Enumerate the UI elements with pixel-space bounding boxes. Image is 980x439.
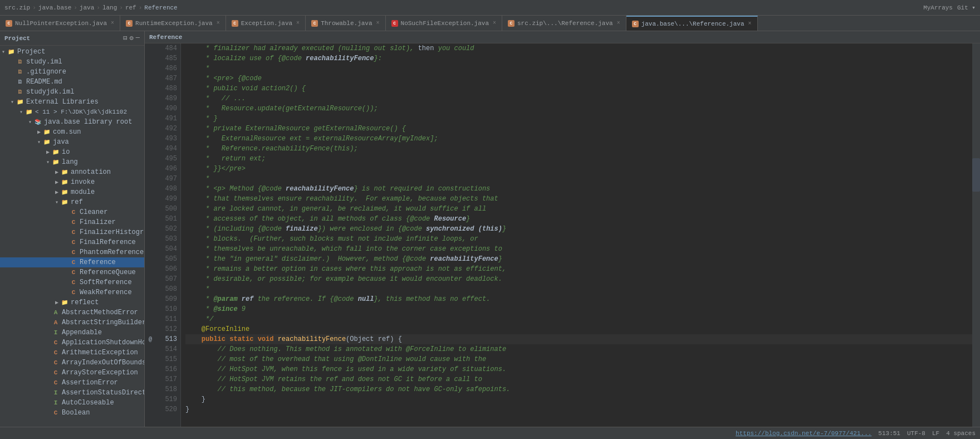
sidebar-item-array-store[interactable]: C ArrayStoreException [0,368,144,378]
sidebar-label-cleaner: Cleaner [80,208,107,216]
code-line-484: * finalizer had already executed (nullin… [185,43,972,53]
code-line-492: * private ExternalResource getExternalRe… [185,124,972,134]
sidebar-label-java-folder: java [53,138,69,146]
linenum-518: 518 [156,384,180,394]
sidebar-item-jdk-folder[interactable]: ▾ 📁 < 11 > F:\JDK\jdk\jdk1102 [0,107,144,117]
sidebar-item-autocloseable[interactable]: I AutoCloseable [0,398,144,408]
code-text-490: * Resource.update(getExternalResource())… [185,104,378,114]
sidebar-item-boolean[interactable]: C Boolean [0,408,144,418]
sidebar-item-arithmetic[interactable]: C ArithmeticException [0,348,144,358]
sidebar-item-cleaner[interactable]: C Cleaner [0,207,144,217]
sidebar-item-reflect[interactable]: ▶ 📁 reflect [0,297,144,308]
sidebar-item-gitignore[interactable]: 🗎 .gitignore [0,67,144,77]
arrow-invoke: ▶ [53,179,60,186]
sidebar-label-com-sun: com.sun [53,128,81,136]
sidebar-item-readme[interactable]: 🗎 README.md [0,77,144,87]
linenum-508: 508 [156,284,180,294]
code-line-515: // most of the overhead that using @Dont… [185,354,972,364]
status-url[interactable]: https://blog.csdn.net/e-7/0977/421... [736,430,871,437]
sidebar-tree[interactable]: ▾ 📁 Project 🗎 study.iml 🗎 .gitignore 🗎 [0,46,144,427]
sidebar-item-io[interactable]: ▶ 📁 io [0,147,144,157]
annotation-icon: 📁 [60,168,69,177]
finalizer-icon: C [69,218,78,227]
tab-icon-nosuchfile: C [391,20,398,27]
sidebar-item-appendable[interactable]: I Appendable [0,328,144,338]
sidebar-item-finalizer[interactable]: C Finalizer [0,217,144,227]
tab-label-exception: Exception.java [241,20,292,27]
status-encoding: UTF-8 [907,430,925,437]
sidebar-item-invoke[interactable]: ▶ 📁 invoke [0,177,144,187]
code-editor[interactable]: 484 485 486 487 488 [145,43,980,427]
sidebar-item-app-shutdown[interactable]: C ApplicationShutdownHooks [0,338,144,348]
tab-close-runtime[interactable]: × [217,20,220,26]
tab-nosuchfile[interactable]: C NoSuchFileException.java × [386,16,502,31]
sidebar-item-weak-reference[interactable]: C WeakReference [0,287,144,297]
tab-close-throwable[interactable]: × [376,20,380,26]
status-bar-right: https://blog.csdn.net/e-7/0977/421... 51… [736,430,976,437]
tab-refsrc[interactable]: C src.zip\...\Reference.java × [502,16,626,31]
sidebar-item-abstract-method-error[interactable]: A AbstractMethodError [0,308,144,318]
sidebar-item-studyjdk-iml[interactable]: 🗎 studyjdk.iml [0,87,144,97]
gutter-row-510: 510 [145,304,180,314]
gutter-row-502: 502 [145,224,180,234]
sidebar-item-java-folder[interactable]: ▾ 📁 java [0,137,144,147]
code-text-486: * [185,64,209,74]
tab-close-refjavabase[interactable]: × [748,21,752,27]
arrow-module: ▶ [53,189,60,196]
sidebar-item-assertion-status[interactable]: I AssertionStatusDirectives [0,388,144,398]
reflect-icon: 📁 [60,298,69,307]
sidebar-icon-filter[interactable]: ⊟ [123,34,127,42]
sidebar-label-array-index-oob: ArrayIndexOutOfBoundsException [62,359,144,367]
sidebar-icon-close[interactable]: — [136,34,140,42]
sidebar-item-ext-libs[interactable]: ▾ 📁 External Libraries [0,97,144,107]
tab-nullpointer[interactable]: C NullPointerException.java × [0,16,120,31]
tab-throwable[interactable]: C Throwable.java × [306,16,385,31]
git-label[interactable]: Git ▾ [957,4,976,11]
sidebar-item-annotation[interactable]: ▶ 📁 annotation [0,167,144,177]
reference-queue-icon: C [69,268,78,277]
sidebar-item-ref[interactable]: ▾ 📁 ref [0,197,144,207]
gutter-row-496: 496 [145,164,180,174]
sidebar-item-soft-reference[interactable]: C SoftReference [0,277,144,287]
tab-close-exception[interactable]: × [296,20,300,26]
tab-exception[interactable]: C Exception.java × [226,16,306,31]
sidebar-item-final-reference[interactable]: C FinalReference [0,237,144,247]
sidebar-item-lang[interactable]: ▾ 📁 lang [0,157,144,167]
sidebar-item-assertion-error[interactable]: C AssertionError [0,378,144,388]
sep4: › [119,4,123,11]
tab-close-refsrc[interactable]: × [617,20,620,26]
invoke-icon: 📁 [60,178,69,187]
sidebar-item-reference[interactable]: C Reference [0,257,144,267]
code-content[interactable]: * finalizer had already executed (nullin… [181,43,972,427]
sidebar-item-array-index-oob[interactable]: C ArrayIndexOutOfBoundsException [0,358,144,368]
linenum-515: 515 [156,354,180,364]
code-line-497: * [185,174,972,184]
sidebar-title: Project [4,35,30,42]
sidebar-item-study-iml[interactable]: 🗎 study.iml [0,57,144,67]
code-text-518: // this method, because the JIT-compiler… [185,384,510,394]
gutter-row-486: 486 [145,64,180,74]
tab-refjavabase[interactable]: C java.base\...\Reference.java × [626,16,758,31]
code-line-503: * blocks. (Further, such blocks must not… [185,234,972,244]
gutter-row-508: 508 [145,284,180,294]
sidebar-item-project[interactable]: ▾ 📁 Project [0,47,144,57]
sidebar-item-abstract-string-builder[interactable]: A AbstractStringBuilder [0,318,144,328]
sidebar-item-phantom-reference[interactable]: C PhantomReference [0,247,144,257]
sidebar-item-module[interactable]: ▶ 📁 module [0,187,144,197]
sidebar: Project ⊟ ⚙ — ▾ 📁 Project 🗎 study.iml [0,31,145,427]
tab-close-nosuchfile[interactable]: × [493,20,496,26]
code-line-501: * accesses of the object, in all methods… [185,214,972,224]
code-text-510: * @since 9 [185,304,246,314]
soft-reference-icon: C [69,278,78,287]
code-line-498: * <p> Method {@code reachabilityFence} i… [185,184,972,194]
sidebar-icon-settings[interactable]: ⚙ [130,34,134,42]
right-scrollbar-overview[interactable] [972,43,980,427]
sidebar-item-finalizer-histogram[interactable]: C FinalizerHistogram [0,227,144,237]
tab-runtime[interactable]: C RuntimeException.java × [120,16,226,31]
folder-icon-project: 📁 [7,47,16,56]
tab-close-nullpointer[interactable]: × [111,20,114,26]
linenum-488: 488 [156,84,180,94]
sidebar-item-com-sun[interactable]: ▶ 📁 com.sun [0,127,144,137]
sidebar-item-javabase[interactable]: ▾ 📚 java.base library root [0,117,144,127]
sidebar-item-reference-queue[interactable]: C ReferenceQueue [0,267,144,277]
